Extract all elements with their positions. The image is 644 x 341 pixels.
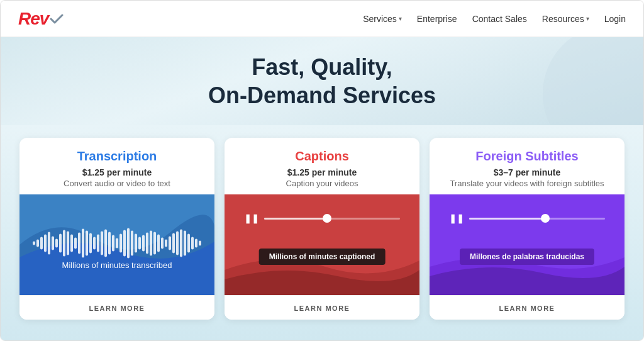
subtitles-player: ❚❚: [449, 213, 605, 223]
card-top-subtitles: Foreign Subtitles $3–7 per minute Transl…: [430, 138, 625, 194]
waveform-bar: [119, 234, 122, 253]
waveform-bar: [157, 235, 160, 252]
waveform-bar: [116, 238, 118, 249]
waveform-bar: [78, 233, 80, 254]
waveform-bar: [97, 235, 99, 252]
subtitle-slider-thumb: [541, 214, 550, 223]
logo[interactable]: Rev: [18, 9, 64, 29]
waveform-bar: [36, 240, 39, 247]
waveform-bar: [70, 235, 73, 252]
waveform-bar: [74, 238, 77, 249]
transcription-learn-more[interactable]: LEARN MORE: [89, 305, 145, 312]
card-top-transcription: Transcription $1.25 per minute Convert a…: [19, 138, 214, 194]
waveform-bar: [55, 239, 58, 248]
waveform-bar: [135, 234, 137, 253]
chevron-down-icon: ▾: [399, 15, 402, 22]
waveform-bar: [123, 230, 126, 257]
slider-thumb: [323, 214, 331, 223]
slider-track: [264, 218, 400, 220]
subtitles-visual: ❚❚ Millones de palabras traducidas: [430, 194, 625, 295]
waveform-bar: [187, 234, 190, 253]
waveform-bar: [195, 239, 197, 248]
subtitles-learn-more[interactable]: LEARN MORE: [499, 305, 555, 312]
waveform-bar: [172, 233, 175, 254]
nav-resources[interactable]: Resources ▾: [542, 14, 589, 24]
waveform-bar: [165, 240, 167, 247]
waveform-bar: [52, 237, 54, 250]
waveform-bar: [150, 231, 152, 256]
hero-section: Fast, Quality, On-Demand Services: [1, 37, 643, 125]
waveform-bar: [131, 231, 133, 256]
waveform-bar: [59, 234, 62, 253]
waveform-bar: [127, 228, 130, 259]
waveform-bar: [108, 232, 111, 255]
nav-contact-sales[interactable]: Contact Sales: [472, 14, 527, 24]
waveform-bar: [82, 229, 84, 258]
card-desc-subtitles: Translate your videos with foreign subti…: [442, 179, 612, 188]
subtitle-slider-track: [469, 218, 605, 220]
chevron-down-icon: ▾: [586, 15, 589, 22]
waveform-bar: [176, 232, 179, 255]
card-desc-transcription: Convert audio or video to text: [32, 179, 202, 188]
subtitles-card: Foreign Subtitles $3–7 per minute Transl…: [430, 138, 625, 320]
card-desc-captions: Caption your videos: [237, 179, 407, 188]
hero-title: Fast, Quality, On-Demand Services: [208, 53, 436, 109]
cards-section: Transcription $1.25 per minute Convert a…: [1, 125, 643, 340]
waveform-bar: [191, 237, 194, 250]
waveform-bar: [86, 231, 88, 256]
navbar: Rev Services ▾ Enterprise Contact Sales …: [1, 1, 643, 37]
slider-fill: [264, 218, 325, 220]
card-price-transcription: $1.25 per minute: [32, 167, 202, 177]
logo-text: Rev: [18, 9, 48, 29]
pause-icon-subtitles: ❚❚: [449, 213, 464, 223]
waveform-bar: [48, 232, 50, 255]
waveform-bar: [180, 230, 182, 257]
subtitles-footer: LEARN MORE: [430, 295, 625, 320]
caption-badge: Millions of minutes captioned: [259, 249, 386, 265]
captions-footer: LEARN MORE: [225, 295, 419, 320]
waveform-bar: [142, 235, 145, 252]
subtitle-slider-fill: [469, 218, 544, 220]
nav-services[interactable]: Services ▾: [363, 14, 402, 24]
waveform-bar: [33, 242, 35, 245]
waveform-bar: [169, 237, 171, 250]
nav-login[interactable]: Login: [604, 14, 626, 24]
waveform: [25, 228, 209, 259]
waveform-bar: [44, 235, 47, 252]
waveform-bar: [67, 232, 69, 255]
captions-learn-more[interactable]: LEARN MORE: [294, 305, 350, 312]
card-price-subtitles: $3–7 per minute: [442, 167, 612, 177]
captions-visual: ❚❚ Millions of minutes captioned: [225, 194, 419, 295]
waveform-bar: [101, 232, 103, 255]
pause-icon: ❚❚: [244, 213, 259, 223]
captions-card: Captions $1.25 per minute Caption your v…: [225, 138, 419, 320]
nav-enterprise[interactable]: Enterprise: [417, 14, 457, 24]
waveform-bar: [40, 237, 43, 250]
transcription-card: Transcription $1.25 per minute Convert a…: [19, 138, 214, 320]
logo-icon: [50, 14, 64, 24]
card-price-captions: $1.25 per minute: [237, 167, 407, 177]
waveform-bar: [161, 238, 164, 249]
waveform-bar: [112, 235, 114, 252]
waveform-bar: [93, 237, 96, 250]
card-top-captions: Captions $1.25 per minute Caption your v…: [225, 138, 419, 194]
captions-player: ❚❚: [244, 213, 400, 223]
waveform-bar: [199, 241, 201, 246]
card-title-captions: Captions: [237, 149, 407, 164]
waveform-bar: [138, 237, 141, 250]
waveform-bar: [104, 230, 107, 257]
waveform-bar: [89, 233, 92, 254]
waveform-bar: [146, 233, 148, 254]
card-title-transcription: Transcription: [32, 149, 202, 164]
waveform-bar: [184, 231, 186, 256]
waveform-bar: [153, 232, 156, 255]
subtitle-badge: Millones de palabras traducidas: [460, 249, 594, 265]
nav-links: Services ▾ Enterprise Contact Sales Reso…: [363, 14, 626, 24]
transcription-footer: LEARN MORE: [19, 295, 214, 320]
card-title-subtitles: Foreign Subtitles: [442, 149, 612, 164]
waveform-bar: [63, 230, 65, 257]
transcription-label: Millions of minutes transcribed: [19, 260, 214, 270]
transcription-visual: Millions of minutes transcribed: [19, 194, 214, 295]
